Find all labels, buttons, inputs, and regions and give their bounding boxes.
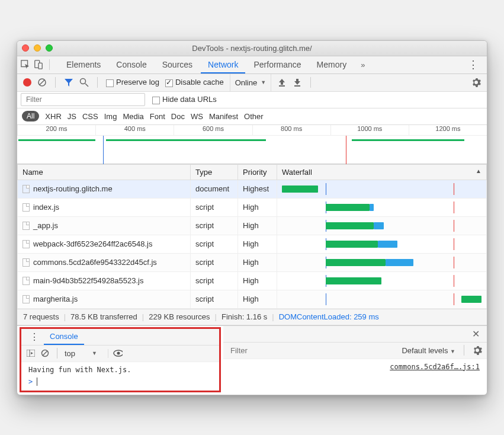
filter-toggle-icon[interactable] <box>64 78 73 87</box>
tab-performance[interactable]: Performance <box>246 56 308 73</box>
window-title: DevTools - nextjs-routing.glitch.me/ <box>17 44 487 53</box>
hide-data-urls-checkbox[interactable]: Hide data URLs <box>152 95 217 104</box>
status-resources: 229 KB resources <box>149 312 210 321</box>
svg-point-14 <box>117 352 120 355</box>
tab-elements[interactable]: Elements <box>59 56 108 73</box>
console-context-select[interactable]: top▼ <box>65 349 108 358</box>
console-message: Having fun with Next.js. <box>21 362 219 378</box>
drawer-menu-button[interactable]: ⋮ <box>25 331 44 343</box>
file-icon <box>23 203 30 212</box>
svg-rect-7 <box>279 85 285 87</box>
status-dcl: DOMContentLoaded: 259 ms <box>279 312 379 321</box>
svg-line-6 <box>85 84 88 87</box>
console-live-expression-icon[interactable] <box>113 348 123 358</box>
load-marker-icon <box>346 136 346 164</box>
table-row[interactable]: margherita.jsscriptHigh <box>18 290 487 308</box>
type-filter-all[interactable]: All <box>22 111 39 121</box>
tab-console[interactable]: Console <box>109 56 153 73</box>
tab-sources[interactable]: Sources <box>155 56 200 73</box>
titlebar: DevTools - nextjs-routing.glitch.me/ <box>17 41 487 56</box>
timeline-tick: 1000 ms <box>330 125 409 135</box>
timeline-tick: 800 ms <box>252 125 330 135</box>
dcl-marker-icon <box>103 136 104 164</box>
drawer-close-button[interactable]: ✕ <box>468 328 483 340</box>
console-drawer: ⋮ Console top▼ Having fun with Next.js. … <box>17 325 487 395</box>
column-waterfall[interactable]: Waterfall▲ <box>277 164 487 180</box>
column-type[interactable]: Type <box>191 164 238 180</box>
console-filter-input[interactable] <box>228 344 299 357</box>
preserve-log-checkbox[interactable]: Preserve log <box>106 78 159 87</box>
table-row[interactable]: commons.5cd2a6fe9543322d45cf.jsscriptHig… <box>18 253 487 271</box>
type-filter-font[interactable]: Font <box>150 112 165 121</box>
timeline-tick: 600 ms <box>174 125 252 135</box>
filter-row: Hide data URLs <box>17 92 487 108</box>
console-settings-icon[interactable] <box>473 346 482 355</box>
type-filter-other[interactable]: Other <box>244 112 264 121</box>
table-row[interactable]: nextjs-routing.glitch.medocumentHighest <box>18 180 487 198</box>
column-name[interactable]: Name <box>18 164 191 180</box>
device-mode-icon[interactable] <box>34 60 43 69</box>
file-icon <box>23 222 30 230</box>
type-filter-xhr[interactable]: XHR <box>45 112 61 121</box>
type-filter-css[interactable]: CSS <box>82 112 98 121</box>
resource-types-row: All XHR JS CSS Img Media Font Doc WS Man… <box>17 108 487 125</box>
column-priority[interactable]: Priority <box>238 164 277 180</box>
inspect-element-icon[interactable] <box>21 60 30 69</box>
network-requests-table: Name Type Priority Waterfall▲ nextjs-rou… <box>17 164 487 309</box>
type-filter-img[interactable]: Img <box>104 112 117 121</box>
record-button[interactable] <box>23 78 31 87</box>
status-finish: Finish: 1.16 s <box>221 312 267 321</box>
upload-har-icon[interactable] <box>277 78 287 87</box>
svg-rect-2 <box>38 63 42 69</box>
file-icon <box>23 277 30 285</box>
file-icon <box>23 295 30 303</box>
disable-cache-checkbox[interactable]: Disable cache <box>165 78 224 87</box>
type-filter-doc[interactable]: Doc <box>171 112 185 121</box>
panel-tabs-row: Elements Console Sources Network Perform… <box>17 56 487 74</box>
file-icon <box>23 185 30 193</box>
table-row[interactable]: webpack-3df6523e264ff2ac6548.jsscriptHig… <box>18 235 487 253</box>
type-filter-ws[interactable]: WS <box>191 112 203 121</box>
console-levels-select[interactable]: Default levels ▼ <box>402 346 455 355</box>
console-sidebar-icon[interactable] <box>26 348 36 358</box>
drawer-tab-console[interactable]: Console <box>44 328 84 345</box>
search-icon[interactable] <box>79 78 89 87</box>
file-icon <box>23 258 30 267</box>
svg-rect-8 <box>294 85 300 87</box>
timeline-tick: 200 ms <box>17 125 95 135</box>
throttling-select[interactable]: Online▼ <box>230 74 272 91</box>
table-row[interactable]: index.jsscriptHigh <box>18 198 487 216</box>
table-row[interactable]: _app.jsscriptHigh <box>18 216 487 235</box>
timeline-tick: 1200 ms <box>409 125 487 135</box>
console-clear-icon[interactable] <box>40 348 50 358</box>
svg-point-5 <box>81 79 86 84</box>
svg-line-4 <box>40 80 44 85</box>
type-filter-media[interactable]: Media <box>123 112 143 121</box>
tab-network[interactable]: Network <box>201 56 245 73</box>
type-filter-js[interactable]: JS <box>68 112 76 121</box>
network-filter-input[interactable] <box>21 93 145 106</box>
console-message-source[interactable]: commons.5cd2a6f….js:1 <box>383 359 487 375</box>
panel-tabs: Elements Console Sources Network Perform… <box>59 56 354 73</box>
file-icon <box>23 240 30 248</box>
network-status-bar: 7 requests| 78.5 KB transferred| 229 KB … <box>17 309 487 325</box>
network-settings-icon[interactable] <box>471 78 481 87</box>
tab-memory[interactable]: Memory <box>310 56 354 73</box>
console-prompt[interactable]: > <box>21 378 219 391</box>
table-row[interactable]: main-9d4b3b522f54928a5523.jsscriptHigh <box>18 271 487 290</box>
type-filter-manifest[interactable]: Manifest <box>209 112 238 121</box>
main-menu-button[interactable]: ⋮ <box>463 58 483 71</box>
tabs-overflow-button[interactable]: » <box>357 60 368 69</box>
timeline-tick: 400 ms <box>95 125 174 135</box>
devtools-window: DevTools - nextjs-routing.glitch.me/ Ele… <box>17 40 487 395</box>
clear-button[interactable] <box>37 78 47 87</box>
status-requests: 7 requests <box>23 312 59 321</box>
download-har-icon[interactable] <box>293 78 302 87</box>
timeline-overview[interactable]: 200 ms 400 ms 600 ms 800 ms 1000 ms 1200… <box>17 125 487 164</box>
network-toolbar: Preserve log Disable cache Online▼ <box>17 74 487 92</box>
status-transferred: 78.5 KB transferred <box>70 312 137 321</box>
svg-line-12 <box>43 351 47 356</box>
